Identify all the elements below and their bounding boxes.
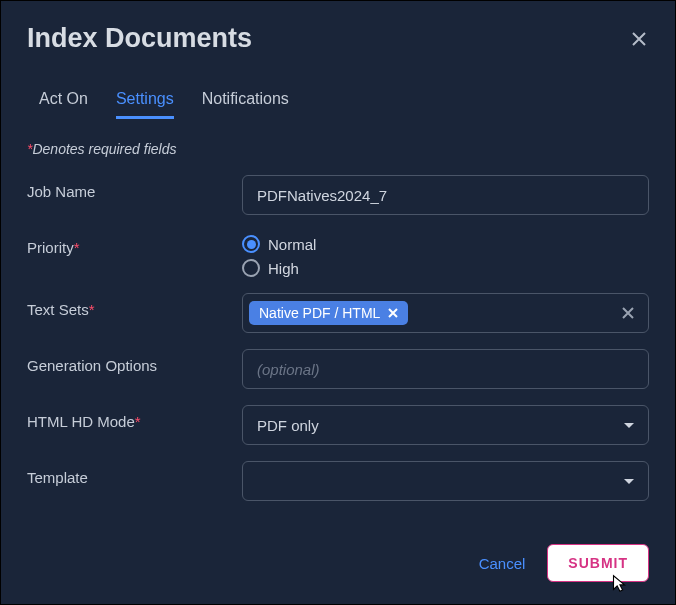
tab-act-on[interactable]: Act On <box>39 90 88 119</box>
required-fields-note: *Denotes required fields <box>27 141 649 157</box>
label-text-sets: Text Sets* <box>27 293 242 318</box>
tab-notifications[interactable]: Notifications <box>202 90 289 119</box>
row-html-hd-mode: HTML HD Mode* PDF only <box>27 405 649 445</box>
radio-priority-normal[interactable]: Normal <box>242 235 649 253</box>
label-html-hd-mode: HTML HD Mode* <box>27 405 242 430</box>
chevron-down-icon <box>624 423 634 428</box>
radio-icon <box>242 235 260 253</box>
cancel-button[interactable]: Cancel <box>479 555 526 572</box>
modal-footer: Cancel SUBMIT <box>479 544 649 582</box>
job-name-input[interactable] <box>242 175 649 215</box>
label-priority: Priority* <box>27 231 242 256</box>
label-generation-options: Generation Options <box>27 349 242 374</box>
label-template: Template <box>27 461 242 486</box>
modal-title: Index Documents <box>27 23 252 54</box>
row-priority: Priority* Normal High <box>27 231 649 277</box>
tab-settings[interactable]: Settings <box>116 90 174 119</box>
select-value: PDF only <box>257 417 319 434</box>
tag-remove-icon[interactable] <box>388 305 398 321</box>
radio-label-high: High <box>268 260 299 277</box>
close-icon[interactable] <box>629 29 649 49</box>
radio-priority-high[interactable]: High <box>242 259 649 277</box>
radio-icon <box>242 259 260 277</box>
html-hd-mode-select[interactable]: PDF only <box>242 405 649 445</box>
row-generation-options: Generation Options <box>27 349 649 389</box>
tag-native-pdf-html: Native PDF / HTML <box>249 301 408 325</box>
tag-label: Native PDF / HTML <box>259 305 380 321</box>
row-job-name: Job Name <box>27 175 649 215</box>
cursor-icon <box>608 573 630 595</box>
tab-bar: Act On Settings Notifications <box>27 90 649 119</box>
radio-label-normal: Normal <box>268 236 316 253</box>
index-documents-modal: Index Documents Act On Settings Notifica… <box>0 0 676 605</box>
label-job-name: Job Name <box>27 175 242 200</box>
submit-button[interactable]: SUBMIT <box>547 544 649 582</box>
text-sets-input[interactable]: Native PDF / HTML <box>242 293 649 333</box>
chevron-down-icon <box>624 479 634 484</box>
template-select[interactable] <box>242 461 649 501</box>
row-template: Template <box>27 461 649 501</box>
row-text-sets: Text Sets* Native PDF / HTML <box>27 293 649 333</box>
modal-header: Index Documents <box>27 23 649 54</box>
required-text: Denotes required fields <box>32 141 176 157</box>
generation-options-input[interactable] <box>242 349 649 389</box>
clear-all-icon[interactable] <box>620 305 636 321</box>
